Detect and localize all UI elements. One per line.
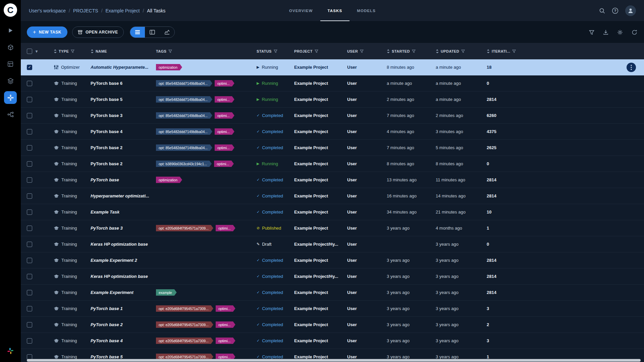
- new-task-button[interactable]: + NEW TASK: [27, 26, 67, 38]
- table-row[interactable]: TrainingPyTorch base 2opt: e205d684f7954…: [21, 317, 644, 333]
- filter-funnel-icon[interactable]: [274, 49, 277, 53]
- horizontal-scrollbar[interactable]: [27, 359, 641, 362]
- sidebar-item-automation[interactable]: [4, 91, 17, 104]
- row-checkbox[interactable]: [27, 97, 32, 102]
- row-checkbox[interactable]: [27, 145, 32, 150]
- user-avatar[interactable]: [625, 5, 636, 16]
- view-split-button[interactable]: [145, 27, 160, 38]
- table-row[interactable]: TrainingPyTorch base 2opt: 85e5482ddd714…: [21, 140, 644, 156]
- tag[interactable]: optimi...: [215, 80, 234, 86]
- tag[interactable]: example: [156, 289, 177, 296]
- table-row[interactable]: TrainingKeras HP optimization base✎Draft…: [21, 236, 644, 252]
- row-checkbox[interactable]: [27, 290, 32, 295]
- table-row[interactable]: OptimizerAutomatic Hyperparamete...optim…: [21, 59, 644, 75]
- selection-dropdown-caret-icon[interactable]: ▾: [36, 49, 38, 54]
- row-checkbox[interactable]: [27, 113, 32, 118]
- table-row[interactable]: TrainingExample Experiment 2✓CompletedEx…: [21, 252, 644, 268]
- tag[interactable]: opt: 85e5482ddd7149b8ba04...: [156, 128, 212, 135]
- row-checkbox[interactable]: [27, 226, 32, 231]
- sort-icon[interactable]: [436, 49, 439, 53]
- column-header-started[interactable]: STARTED: [384, 49, 433, 53]
- row-checkbox[interactable]: [27, 177, 32, 183]
- tag[interactable]: optimi...: [216, 225, 235, 231]
- tag[interactable]: opt: 85e5482ddd7149b8ba04...: [156, 80, 212, 86]
- sidebar-item-reports[interactable]: [4, 58, 17, 70]
- table-row[interactable]: TrainingPyTorch base 4opt: e205d684f7954…: [21, 333, 644, 349]
- table-row[interactable]: TrainingPyTorch base 5opt: 85e5482ddd714…: [21, 92, 644, 108]
- sidebar-item-projects[interactable]: [4, 74, 17, 87]
- table-row[interactable]: TrainingPyTorch base 3opt: 85e5482ddd714…: [21, 108, 644, 124]
- search-button[interactable]: [599, 8, 605, 14]
- tag[interactable]: optimi...: [216, 305, 235, 312]
- row-checkbox[interactable]: [27, 242, 32, 247]
- tab-overview[interactable]: OVERVIEW: [282, 0, 320, 21]
- table-row[interactable]: TrainingPyTorch base 2opt: b3896b0363cd4…: [21, 156, 644, 172]
- table-row[interactable]: TrainingPyTorch base 4opt: 85e5482ddd714…: [21, 124, 644, 140]
- sort-icon[interactable]: [54, 49, 57, 53]
- filter-funnel-icon[interactable]: [412, 49, 416, 53]
- table-row[interactable]: TrainingPyTorch base 3opt: e205d684f7954…: [21, 220, 644, 236]
- select-all-checkbox[interactable]: [27, 49, 32, 54]
- sort-icon[interactable]: [91, 49, 94, 53]
- tag[interactable]: opt: b3896b0363cd43c194c1...: [156, 161, 212, 167]
- filter-funnel-icon[interactable]: [512, 49, 516, 53]
- row-checkbox[interactable]: [27, 209, 32, 215]
- tab-models[interactable]: MODELS: [350, 0, 383, 21]
- filter-funnel-icon[interactable]: [71, 49, 74, 53]
- auto-refresh-button[interactable]: [632, 29, 637, 35]
- tag[interactable]: optimi...: [215, 112, 234, 119]
- tag[interactable]: opt: 85e5482ddd7149b8ba04...: [156, 144, 212, 151]
- sidebar-item-datasets[interactable]: [4, 41, 17, 54]
- tag[interactable]: optimi...: [216, 338, 235, 344]
- tag[interactable]: optimi...: [215, 144, 234, 151]
- column-header-project[interactable]: PROJECT: [291, 49, 344, 53]
- tag[interactable]: opt: e205d684f7954571a7309...: [156, 321, 213, 328]
- tag[interactable]: opt: e205d684f7954571a7309...: [156, 225, 213, 231]
- filter-funnel-icon[interactable]: [168, 49, 172, 53]
- row-checkbox[interactable]: [27, 338, 32, 344]
- column-header-checkbox[interactable]: ▾: [21, 49, 51, 54]
- sidebar-item-pipelines[interactable]: [4, 108, 17, 121]
- filter-funnel-icon[interactable]: [360, 49, 364, 53]
- table-row[interactable]: TrainingPyTorch base 6opt: 85e5482ddd714…: [21, 75, 644, 92]
- row-checkbox[interactable]: [27, 274, 32, 279]
- row-checkbox[interactable]: [27, 81, 32, 86]
- row-menu-button[interactable]: [627, 63, 636, 72]
- download-button[interactable]: [603, 29, 608, 35]
- table-row[interactable]: TrainingExample Task✓CompletedExample Pr…: [21, 204, 644, 220]
- column-header-type[interactable]: TYPE: [51, 49, 88, 53]
- column-header-name[interactable]: NAME: [88, 49, 153, 53]
- tag[interactable]: optimization: [156, 177, 182, 183]
- sort-icon[interactable]: [387, 49, 390, 53]
- open-archive-button[interactable]: OPEN ARCHIVE: [72, 26, 124, 38]
- row-checkbox[interactable]: [27, 258, 32, 263]
- table-row[interactable]: TrainingHyperparameter optimizati...✓Com…: [21, 188, 644, 204]
- row-checkbox[interactable]: [27, 306, 32, 311]
- tag[interactable]: opt: e205d684f7954571a7309...: [156, 305, 213, 312]
- sort-icon[interactable]: [487, 49, 490, 53]
- row-checkbox[interactable]: [27, 129, 32, 134]
- filter-funnel-icon[interactable]: [315, 49, 318, 53]
- table-row[interactable]: TrainingExample Experimentexample✓Comple…: [21, 285, 644, 301]
- row-checkbox[interactable]: [27, 322, 32, 327]
- table-row[interactable]: TrainingKeras HP optimization base✓Compl…: [21, 268, 644, 285]
- tag[interactable]: opt: e205d684f7954571a7309...: [156, 338, 213, 344]
- sidebar-item-getting-started[interactable]: [4, 24, 17, 37]
- filter-button[interactable]: [589, 30, 594, 35]
- row-checkbox[interactable]: [27, 193, 32, 199]
- tag[interactable]: opt: 85e5482ddd7149b8ba04...: [156, 96, 212, 103]
- tag[interactable]: opt: 85e5482ddd7149b8ba04...: [156, 112, 212, 119]
- column-header-user[interactable]: USER: [344, 49, 384, 53]
- tag[interactable]: optimi...: [216, 321, 235, 328]
- table-row[interactable]: TrainingPyTorch base 1opt: e205d684f7954…: [21, 301, 644, 317]
- filter-funnel-icon[interactable]: [461, 49, 465, 53]
- tag[interactable]: optimi...: [215, 128, 234, 135]
- slack-icon[interactable]: [4, 345, 17, 357]
- settings-button[interactable]: [617, 29, 623, 35]
- breadcrumb-item[interactable]: All Tasks: [147, 8, 165, 13]
- breadcrumb-item[interactable]: User's workspace: [29, 8, 66, 13]
- breadcrumb-item[interactable]: PROJECTS: [73, 8, 98, 13]
- tag[interactable]: optimi...: [214, 161, 234, 167]
- tab-tasks[interactable]: TASKS: [320, 0, 350, 21]
- column-header-iterations[interactable]: ITERATI...: [484, 49, 521, 53]
